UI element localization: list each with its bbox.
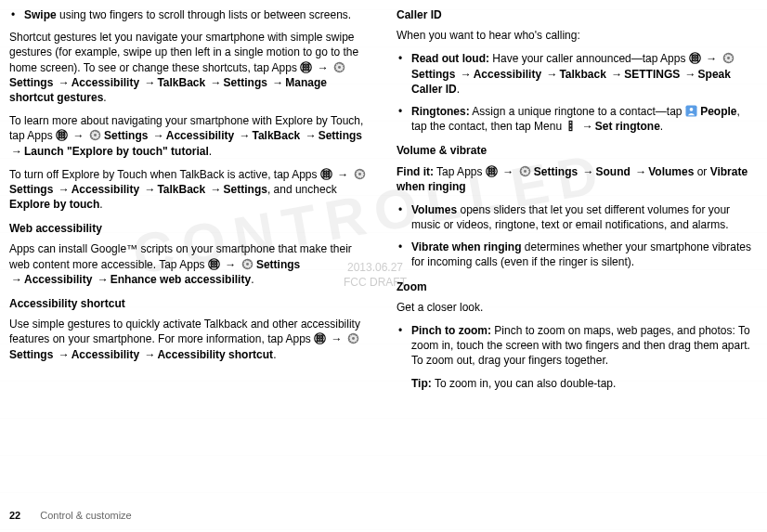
paragraph-learn-more: To learn more about navigating your smar… [9, 113, 370, 159]
gear-icon [354, 168, 366, 180]
paragraph-accessibility-shortcut: Use simple gestures to quickly activate … [9, 317, 370, 362]
gear-icon [347, 332, 359, 344]
gear-icon [333, 61, 345, 73]
bullet-dot: • [396, 323, 411, 369]
apps-icon [300, 61, 312, 73]
bullet-dot: • [396, 202, 411, 232]
heading-zoom: Zoom [396, 279, 758, 294]
apps-icon [314, 332, 326, 344]
bullet-pinch: Pinch to zoom: Pinch to zoom on maps, we… [411, 323, 758, 369]
bullet-read-out: Read out loud: Have your caller announce… [411, 51, 758, 97]
right-column: Caller ID When you want to hear who's ca… [396, 7, 758, 399]
apps-icon [486, 165, 498, 177]
section-label: Control & customize [40, 510, 131, 521]
bullet-swipe: Swipe using two fingers to scroll throug… [24, 7, 370, 22]
menu-icon [565, 120, 577, 132]
gear-icon [722, 52, 734, 64]
apps-icon [56, 129, 68, 141]
apps-icon [689, 52, 701, 64]
bullet-dot: • [396, 104, 411, 134]
tip-text: Tip: To zoom in, you can also double-tap… [396, 376, 758, 391]
caller-intro: When you want to hear who's calling: [396, 28, 758, 43]
gear-icon [89, 129, 101, 141]
gear-icon [519, 165, 531, 177]
paragraph-shortcut-gestures: Shortcut gestures let you navigate your … [9, 30, 370, 105]
footer: 22 Control & customize [9, 509, 132, 523]
heading-web-accessibility: Web accessibility [9, 221, 370, 236]
people-icon [685, 105, 697, 117]
left-column: • Swipe using two fingers to scroll thro… [9, 7, 370, 399]
heading-accessibility-shortcut: Accessibility shortcut [9, 296, 370, 311]
heading-volume-vibrate: Volume & vibrate [396, 143, 758, 158]
apps-icon [208, 258, 220, 270]
paragraph-web-accessibility: Apps can install Google™ scripts on your… [9, 241, 370, 287]
page-number: 22 [9, 510, 20, 521]
apps-icon [320, 168, 332, 180]
bullet-vibrate: Vibrate when ringing determines whether … [411, 240, 758, 269]
paragraph-turn-off: To turn off Explore by Touch when TalkBa… [9, 167, 370, 213]
zoom-intro: Get a closer look. [396, 300, 758, 315]
bullet-ringtones: Ringtones: Assign a unique ringtone to a… [411, 104, 758, 134]
bullet-dot: • [396, 51, 411, 97]
bullet-dot: • [9, 7, 24, 22]
bullet-dot: • [396, 240, 411, 269]
paragraph-find-it: Find it: Tap Apps Settings Sound Volumes… [396, 164, 758, 194]
heading-caller-id: Caller ID [396, 7, 758, 22]
bullet-volumes: Volumes opens sliders that let you set d… [411, 202, 758, 232]
gear-icon [241, 258, 254, 270]
